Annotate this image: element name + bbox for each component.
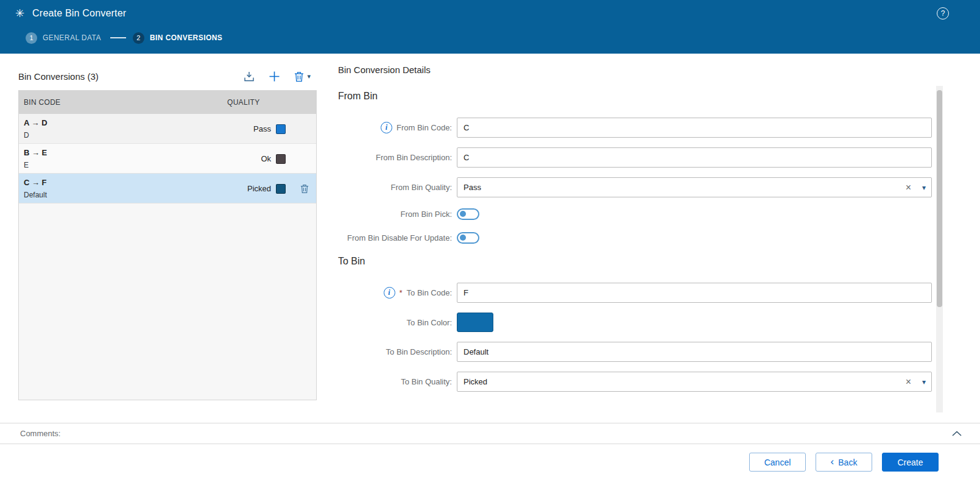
from-bin-quality-label: From Bin Quality: [391,183,452,192]
to-bin-color-swatch[interactable] [457,313,493,332]
table-row[interactable]: A → D D Pass [19,114,316,144]
from-bin-disable-update-label-cell: From Bin Disable For Update: [338,233,452,242]
help-icon[interactable]: ? [937,7,949,19]
to-bin-color-label-cell: To Bin Color: [338,318,452,327]
to-bin-quality-label: To Bin Quality: [401,377,452,386]
to-bin-quality-select[interactable]: Picked × ▾ [457,372,932,392]
from-bin-pick-label: From Bin Pick: [400,210,452,219]
to-bin-quality-label-cell: To Bin Quality: [338,377,452,386]
toggle-knob [460,211,466,217]
import-button[interactable] [244,71,255,82]
header-title-row: ✳ Create Bin Converter ? [0,0,980,27]
trash-icon [294,71,304,82]
required-asterisk: * [400,288,403,297]
from-bin-description-row: From Bin Description: [338,147,933,168]
create-bin-converter-window: ✳ Create Bin Converter ? 1 GENERAL DATA … [0,0,980,488]
to-bin-description-input[interactable] [457,342,932,362]
row-description: D [24,130,253,140]
to-bin-code-input[interactable] [457,283,932,303]
clear-icon[interactable]: × [899,377,918,387]
chevron-left-icon: ‹ [831,456,834,467]
step-2-label: BIN CONVERSIONS [150,34,222,42]
from-bin-disable-update-toggle[interactable] [457,232,479,244]
column-header-quality: QUALITY [227,98,316,107]
from-bin-heading: From Bin [338,90,933,103]
clear-icon[interactable]: × [899,183,918,193]
to-bin-code-row: i * To Bin Code: [338,283,933,303]
table-row[interactable]: B → E E Ok [19,144,316,174]
from-bin-quality-row: From Bin Quality: Pass × ▾ [338,177,933,197]
row-code: C → F [24,177,247,188]
from-bin-description-input[interactable] [457,147,932,168]
table-header-row: BIN CODE QUALITY [19,91,316,114]
quality-label: Picked [247,184,271,193]
from-bin-description-label-cell: From Bin Description: [338,153,452,162]
from-bin-quality-select[interactable]: Pass × ▾ [457,177,932,197]
from-bin-code-row: i From Bin Code: [338,118,933,138]
to-bin-quality-row: To Bin Quality: Picked × ▾ [338,372,933,392]
row-quality-cell: Picked [247,177,311,200]
chevron-down-icon[interactable]: ▾ [918,378,926,386]
from-bin-quality-label-cell: From Bin Quality: [338,183,452,192]
from-bin-quality-value: Pass [464,183,899,192]
scrollbar-thumb[interactable] [937,90,942,307]
to-bin-description-row: To Bin Description: [338,342,933,362]
quality-color-swatch [276,124,286,134]
to-bin-code-label-cell: i * To Bin Code: [338,287,452,299]
quality-label: Ok [261,154,271,163]
bin-conversions-title: Bin Conversions (3) [18,71,99,82]
bin-conversion-details-panel: Bin Conversion Details From Bin i From B… [338,64,933,401]
from-bin-pick-toggle[interactable] [457,208,479,220]
info-icon[interactable]: i [384,287,395,299]
plus-icon [269,71,280,82]
bin-conversions-toolbar: ▾ [244,71,317,82]
step-2-circle: 2 [133,32,144,44]
to-bin-code-label: To Bin Code: [407,288,452,297]
row-delete-button[interactable] [298,184,311,194]
create-button[interactable]: Create [882,453,939,472]
page-title: Create Bin Converter [32,8,126,19]
row-code: A → D [24,118,253,128]
footer-actions: Cancel ‹ Back Create [0,445,980,488]
chevron-down-icon[interactable]: ▾ [918,183,926,192]
from-bin-pick-label-cell: From Bin Pick: [338,210,452,219]
app-asterisk-icon: ✳ [15,8,24,19]
delete-menu-button[interactable]: ▾ [294,71,311,82]
collapse-comments-button[interactable] [952,431,962,436]
from-bin-disable-update-label: From Bin Disable For Update: [347,233,452,242]
row-code: B → E [24,147,261,158]
from-bin-description-label: From Bin Description: [376,153,452,162]
back-button[interactable]: ‹ Back [816,453,872,472]
step-bin-conversions[interactable]: 2 BIN CONVERSIONS [133,32,222,44]
delete-menu-caret-icon: ▾ [307,72,311,80]
row-description: Default [24,190,247,200]
wizard-steps: 1 GENERAL DATA 2 BIN CONVERSIONS [0,27,980,49]
info-icon[interactable]: i [381,122,392,133]
table-row-selected[interactable]: C → F Default Picked [19,174,316,203]
row-quality-cell: Ok [261,147,311,170]
to-bin-heading: To Bin [338,255,933,268]
add-bin-conversion-button[interactable] [269,71,280,82]
row-bin-code-cell: A → D D [24,118,253,140]
vertical-scrollbar[interactable] [936,86,943,412]
quality-color-swatch [276,184,286,194]
bin-conversions-table: BIN CODE QUALITY A → D D Pass B → E E [18,90,317,400]
details-title: Bin Conversion Details [338,64,933,76]
create-button-label: Create [897,458,923,467]
row-bin-code-cell: B → E E [24,147,261,170]
step-1-circle: 1 [26,32,37,44]
step-general-data[interactable]: 1 GENERAL DATA [26,32,101,44]
from-bin-pick-row: From Bin Pick: [338,207,933,221]
trash-icon [300,184,309,194]
bin-conversions-header: Bin Conversions (3) ▾ [18,63,317,90]
comments-bar: Comments: [0,423,980,444]
column-header-bin-code: BIN CODE [19,98,227,107]
to-bin-description-label: To Bin Description: [386,347,452,356]
row-description: E [24,160,261,170]
from-bin-code-input[interactable] [457,118,932,138]
from-bin-disable-update-row: From Bin Disable For Update: [338,231,933,244]
row-bin-code-cell: C → F Default [24,177,247,200]
cancel-button[interactable]: Cancel [749,453,806,472]
to-bin-quality-value: Picked [464,377,899,386]
from-bin-code-label-cell: i From Bin Code: [338,122,452,133]
